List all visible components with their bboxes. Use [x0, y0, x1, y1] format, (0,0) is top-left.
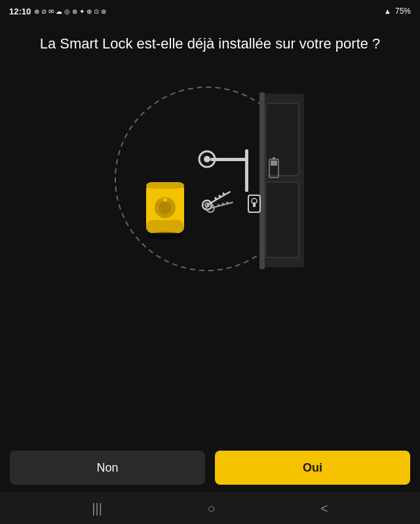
- svg-rect-28: [146, 220, 184, 233]
- signal-icon: ▲: [384, 7, 391, 15]
- svg-point-11: [204, 156, 210, 162]
- illustration-container: [105, 74, 315, 284]
- svg-rect-4: [266, 182, 299, 257]
- svg-point-32: [147, 232, 183, 240]
- app-icon-3: ☁: [56, 8, 62, 15]
- yes-button[interactable]: Oui: [215, 451, 410, 485]
- svg-rect-2: [259, 92, 265, 269]
- app-icon-9: ⊛: [101, 8, 106, 15]
- bottom-nav: ||| ○ <: [0, 493, 420, 524]
- buttons-area: Non Oui: [0, 451, 420, 485]
- lock-illustration: [105, 74, 315, 284]
- svg-rect-8: [245, 149, 248, 192]
- app-icon-5: ⊗: [72, 8, 77, 15]
- svg-point-30: [159, 201, 172, 214]
- battery-percent: 75%: [395, 7, 411, 16]
- app-icon-8: ⊙: [94, 8, 99, 15]
- main-content: La Smart Lock est-elle déjà installée su…: [0, 21, 420, 284]
- app-icon-2: ✉: [48, 8, 54, 15]
- svg-rect-7: [271, 160, 277, 166]
- menu-nav-icon[interactable]: |||: [92, 501, 102, 516]
- home-nav-icon[interactable]: ○: [207, 501, 215, 516]
- status-icons: ⊕ ⊘ ✉ ☁ ◎ ⊗ ✦ ⊕ ⊙ ⊛: [34, 8, 106, 15]
- app-icon-1: ⊘: [41, 8, 47, 15]
- status-bar: 12:10 ⊕ ⊘ ✉ ☁ ◎ ⊗ ✦ ⊕ ⊙ ⊛ ▲ 75%: [0, 0, 420, 21]
- svg-point-31: [163, 198, 167, 202]
- app-icon-6: ✦: [79, 8, 85, 15]
- page-title: La Smart Lock est-elle déjà installée su…: [40, 34, 381, 54]
- no-button[interactable]: Non: [10, 451, 205, 485]
- status-time: 12:10: [9, 7, 31, 16]
- svg-rect-9: [210, 158, 248, 161]
- app-icon-7: ⊕: [86, 8, 92, 15]
- svg-rect-6: [273, 157, 275, 160]
- svg-rect-14: [253, 202, 256, 207]
- pinterest-icon: ⊕: [34, 8, 39, 15]
- back-nav-icon[interactable]: <: [320, 501, 328, 516]
- svg-rect-27: [146, 182, 184, 189]
- status-right: ▲ 75%: [384, 7, 411, 16]
- status-left: 12:10 ⊕ ⊘ ✉ ☁ ◎ ⊗ ✦ ⊕ ⊙ ⊛: [9, 7, 106, 16]
- app-icon-4: ◎: [64, 8, 70, 15]
